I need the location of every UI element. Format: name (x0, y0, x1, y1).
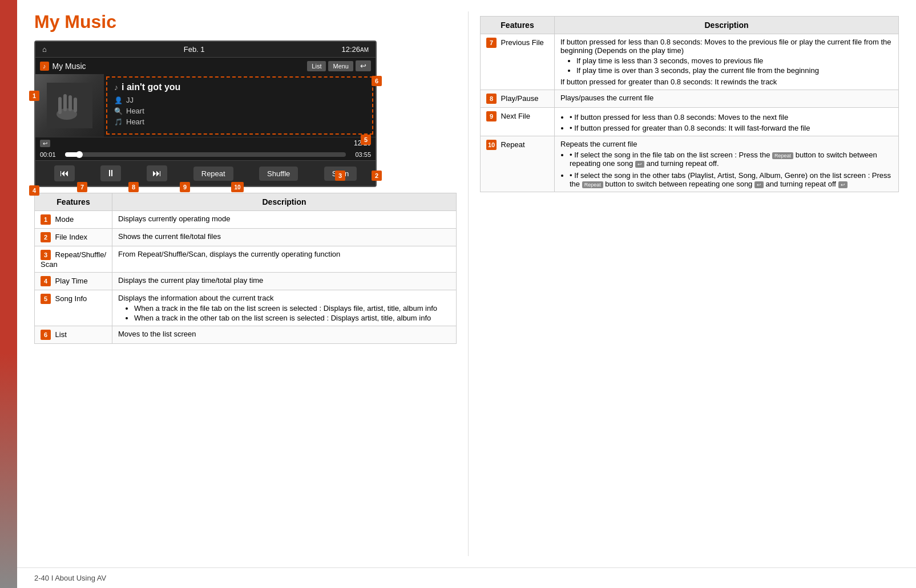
progress-handle (76, 151, 83, 158)
svg-rect-5 (74, 98, 77, 112)
screen-content: ♪ i ain't got you 👤 JJ 🔍 Heart 🎵 (35, 74, 376, 137)
table-row: 6 List Moves to the list screen (35, 326, 457, 344)
desc-play-pause: Plays/pauses the current file (555, 90, 899, 108)
badge-9: 9 (180, 182, 190, 192)
left-accent (0, 0, 17, 588)
genre-icon: 🎵 (114, 118, 123, 126)
left-column: My Music 6 ⌂ Feb. 1 12:26AM (34, 11, 468, 556)
feature-prev-file: 7 Previous File (481, 34, 555, 90)
left-features-table: Features Description 1 Mode Displays cur… (34, 193, 457, 344)
table-row: 1 Mode Displays currently operating mode (35, 211, 457, 229)
table-row: 4 Play Time Displays the current play ti… (35, 273, 457, 290)
badge-6: 6 (372, 76, 382, 86)
time-display: 12:26AM (341, 45, 369, 54)
repeat-btn-label2: Repeat (582, 181, 603, 188)
album-meta: 🔍 Heart (114, 107, 365, 115)
repeat-one-icon: ↩ (635, 161, 644, 168)
right-column: Features Description 7 Previous File If … (468, 11, 899, 556)
music-note-icon: ♪ (43, 63, 46, 70)
nav-logo: ♪ (40, 62, 49, 71)
song-info-bullets: When a track in the file tab on the list… (125, 304, 450, 322)
prev-button[interactable]: ⏮ (54, 165, 75, 181)
screen-mockup: 6 ⌂ Feb. 1 12:26AM ♪ My Music (34, 40, 377, 187)
table-row: 2 File Index Shows the current file/tota… (35, 229, 457, 246)
badge-8: 8 (128, 182, 139, 192)
desc-repeat: Repeats the current file • If select the… (555, 136, 899, 192)
list-button[interactable]: List (307, 61, 326, 71)
time-elapsed: 00:01 (40, 151, 60, 158)
desc-repeat-shuffle: From Repeat/Shuffle/Scan, displays the c… (112, 246, 457, 273)
feature-play-pause: 8 Play/Pause (481, 90, 555, 108)
desc-file-index: Shows the current file/total files (112, 229, 457, 246)
feature-repeat-shuffle: 3 Repeat/Shuffle/Scan (35, 246, 112, 273)
feature-repeat: 10 Repeat (481, 136, 555, 192)
table-row: 9 Next File • If button pressed for less… (481, 108, 899, 136)
nav-title: My Music (53, 62, 305, 71)
feature-next-file: 9 Next File (481, 108, 555, 136)
badge-7: 7 (77, 182, 87, 192)
desc-song-info: Displays the information about the curre… (112, 290, 457, 326)
song-title: ♪ i ain't got you (114, 82, 365, 92)
desc-list: Moves to the list screen (112, 326, 457, 344)
table-row: 5 Song Info Displays the information abo… (35, 290, 457, 326)
table-row: 10 Repeat Repeats the current file • If … (481, 136, 899, 192)
feature-file-index: 2 File Index (35, 229, 112, 246)
artist-meta: 👤 JJ (114, 96, 365, 104)
left-table-desc-header: Description (112, 193, 457, 211)
search-icon: 🔍 (114, 107, 123, 115)
back-button[interactable]: ↩ (356, 60, 371, 71)
svg-rect-3 (63, 94, 67, 111)
desc-mode: Displays currently operating mode (112, 211, 457, 229)
svg-rect-4 (68, 95, 72, 111)
next-button[interactable]: ⏭ (147, 165, 167, 181)
date-display: Feb. 1 (184, 45, 205, 54)
album-art (35, 74, 104, 137)
progress-track[interactable] (65, 152, 346, 157)
page-footer: 2-40 I About Using AV (0, 567, 916, 588)
badge-5: 5 (361, 135, 371, 145)
desc-next-file: • If button pressed for less than 0.8 se… (555, 108, 899, 136)
genre-meta: 🎵 Heart (114, 117, 365, 126)
feature-list: 6 List (35, 326, 112, 344)
feature-mode: 1 Mode (35, 211, 112, 229)
time-total: 03:55 (350, 151, 371, 158)
repeat-one-icon2: ↩ (754, 181, 764, 188)
prev-file-bullets: If play time is less than 3 seconds, mov… (567, 56, 893, 75)
prev-file-extra: If button pressed for greater than 0.8 s… (560, 78, 893, 86)
pause-button[interactable]: ⏸ (100, 165, 121, 181)
artist-icon: 👤 (114, 96, 123, 104)
table-row: 8 Play/Pause Plays/pauses the current fi… (481, 90, 899, 108)
badge-1: 1 (29, 91, 39, 101)
repeat-bullets: • If select the song in the file tab on … (560, 151, 893, 188)
repeat-button[interactable]: Repeat (193, 167, 233, 181)
repeat-status-icon: ↩ (40, 140, 50, 147)
table-row: 7 Previous File If button pressed for le… (481, 34, 899, 90)
screen-wrapper: ⌂ Feb. 1 12:26AM ♪ My Music List Menu ↩ (34, 40, 377, 187)
art-placeholder (35, 74, 104, 137)
feature-play-time: 4 Play Time (35, 273, 112, 290)
badge-3: 3 (335, 171, 345, 181)
menu-button[interactable]: Menu (328, 61, 353, 71)
next-file-bullets: • If button pressed for less than 0.8 se… (560, 113, 893, 132)
screen-navbar: ♪ My Music List Menu ↩ (35, 57, 376, 74)
table-row: 3 Repeat/Shuffle/Scan From Repeat/Shuffl… (35, 246, 457, 273)
repeat-btn-label: Repeat (772, 152, 793, 159)
note-icon: ♪ (114, 83, 118, 92)
badge-2: 2 (372, 171, 382, 181)
left-table-features-header: Features (35, 193, 112, 211)
home-icon: ⌂ (42, 45, 47, 54)
badge-10: 10 (231, 182, 244, 192)
desc-prev-file: If button pressed for less than 0.8 seco… (555, 34, 899, 90)
svg-rect-2 (58, 97, 62, 114)
page-title: My Music (34, 11, 457, 33)
song-info-box: ♪ i ain't got you 👤 JJ 🔍 Heart 🎵 (106, 76, 373, 135)
right-table-features-header: Features (481, 17, 555, 34)
progress-bar: 00:01 03:55 (35, 149, 376, 160)
right-table-desc-header: Description (555, 17, 899, 34)
shuffle-button[interactable]: Shuffle (259, 167, 298, 181)
badge-4: 4 (29, 185, 39, 196)
right-features-table: Features Description 7 Previous File If … (480, 16, 899, 192)
repeat-off-icon: ↩ (838, 181, 848, 188)
screen-status: ↩ 12/20 (35, 137, 376, 149)
screen-topbar: ⌂ Feb. 1 12:26AM (35, 42, 376, 57)
